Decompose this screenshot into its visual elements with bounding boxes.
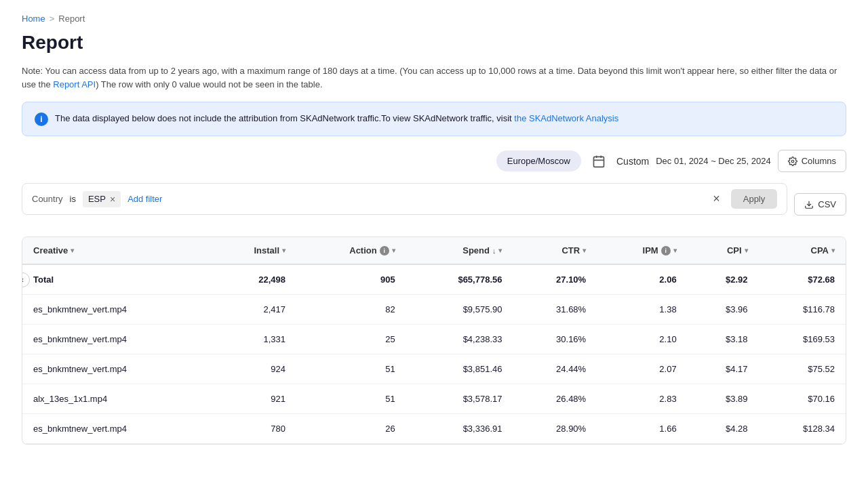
chevron-down-icon[interactable]: ▾ bbox=[673, 247, 677, 254]
cell-spend: $4,238.33 bbox=[406, 325, 513, 354]
total-install: 22,498 bbox=[210, 264, 296, 295]
csv-label: CSV bbox=[818, 199, 836, 209]
col-header-ipm: IPM i ▾ bbox=[597, 237, 687, 264]
filter-remove-button[interactable]: × bbox=[110, 194, 115, 205]
col-label-cpi: CPI bbox=[727, 245, 742, 256]
csv-button[interactable]: CSV bbox=[794, 193, 846, 216]
table-row: es_bnkmtnew_vert.mp4 924 51 $3,851.46 24… bbox=[22, 354, 846, 384]
sort-down-icon: ↓ bbox=[492, 247, 496, 255]
date-range-label: Dec 01, 2024 ~ Dec 25, 2024 bbox=[656, 156, 770, 166]
cell-install: 924 bbox=[210, 354, 296, 384]
total-label: Total bbox=[33, 274, 54, 285]
total-spend: $65,778.56 bbox=[406, 264, 513, 295]
info-badge-action[interactable]: i bbox=[380, 246, 389, 256]
cell-install: 1,331 bbox=[210, 325, 296, 354]
report-api-link[interactable]: Report API bbox=[53, 79, 96, 89]
col-label-spend: Spend bbox=[462, 245, 490, 256]
columns-label: Columns bbox=[802, 156, 836, 166]
collapse-arrow[interactable]: ‹ bbox=[22, 272, 30, 287]
cell-action: 26 bbox=[296, 414, 406, 444]
cell-cpa: $128.34 bbox=[759, 414, 846, 444]
cell-ipm: 1.38 bbox=[597, 295, 687, 325]
chevron-down-icon[interactable]: ▾ bbox=[745, 247, 748, 254]
chevron-down-icon[interactable]: ▾ bbox=[282, 247, 285, 254]
clear-filters-button[interactable]: × bbox=[709, 190, 724, 207]
total-ctr: 27.10% bbox=[513, 264, 597, 295]
chevron-down-icon[interactable]: ▾ bbox=[583, 247, 586, 254]
apply-button[interactable]: Apply bbox=[731, 189, 778, 209]
col-header-action: Action i ▾ bbox=[296, 237, 406, 264]
cell-cpa: $116.78 bbox=[759, 295, 846, 325]
add-filter-button[interactable]: Add filter bbox=[127, 194, 162, 204]
note-text: Note: You can access data from up to 2 y… bbox=[22, 64, 846, 91]
filter-operator: is bbox=[70, 194, 76, 204]
chevron-down-icon[interactable]: ▾ bbox=[498, 247, 502, 254]
filter-country-label: Country bbox=[32, 194, 63, 204]
total-ipm: 2.06 bbox=[597, 264, 687, 295]
total-creative-cell: ‹ Total bbox=[22, 264, 210, 295]
table-row: es_bnkmtnew_vert.mp4 2,417 82 $9,575.90 … bbox=[22, 295, 846, 325]
calendar-icon bbox=[592, 155, 606, 168]
cell-action: 51 bbox=[296, 354, 406, 384]
data-table: Creative ▾ Install ▾ Action i bbox=[22, 237, 846, 445]
cell-ipm: 1.66 bbox=[597, 414, 687, 444]
cell-ctr: 30.16% bbox=[513, 325, 597, 354]
col-label-cpa: CPA bbox=[811, 245, 829, 256]
close-icon: × bbox=[110, 194, 115, 205]
gear-icon bbox=[788, 157, 797, 166]
cell-spend: $9,575.90 bbox=[406, 295, 513, 325]
info-banner-text: The data displayed below does not includ… bbox=[55, 112, 618, 125]
calendar-button[interactable] bbox=[588, 150, 610, 172]
cell-cpa: $169.53 bbox=[759, 325, 846, 354]
chevron-down-icon[interactable]: ▾ bbox=[392, 247, 395, 254]
cell-install: 2,417 bbox=[210, 295, 296, 325]
col-header-creative: Creative ▾ bbox=[22, 237, 210, 264]
cell-cpi: $3.96 bbox=[688, 295, 759, 325]
info-banner: i The data displayed below does not incl… bbox=[22, 102, 846, 136]
breadcrumb: Home > Report bbox=[22, 14, 846, 24]
breadcrumb-current: Report bbox=[58, 14, 85, 24]
total-cpa: $72.68 bbox=[759, 264, 846, 295]
page-title: Report bbox=[22, 32, 846, 54]
cell-spend: $3,336.91 bbox=[406, 414, 513, 444]
cell-install: 780 bbox=[210, 414, 296, 444]
total-action: 905 bbox=[296, 264, 406, 295]
table-row: alx_13es_1x1.mp4 921 51 $3,578.17 26.48%… bbox=[22, 384, 846, 414]
col-header-install: Install ▾ bbox=[210, 237, 296, 264]
breadcrumb-separator: > bbox=[50, 14, 55, 24]
col-label-ctr: CTR bbox=[561, 245, 580, 256]
cell-ctr: 31.68% bbox=[513, 295, 597, 325]
filter-row: Country is ESP × Add filter × Apply bbox=[22, 183, 787, 215]
cell-cpi: $4.28 bbox=[688, 414, 759, 444]
col-label-ipm: IPM bbox=[643, 245, 658, 256]
cell-creative: es_bnkmtnew_vert.mp4 bbox=[22, 354, 210, 384]
chevron-down-icon[interactable]: ▾ bbox=[71, 247, 74, 254]
cell-ctr: 26.48% bbox=[513, 384, 597, 414]
col-header-ctr: CTR ▾ bbox=[513, 237, 597, 264]
info-badge-ipm[interactable]: i bbox=[661, 246, 671, 256]
col-label-install: Install bbox=[254, 245, 279, 256]
breadcrumb-home[interactable]: Home bbox=[22, 14, 45, 24]
svg-point-4 bbox=[791, 160, 794, 163]
col-label-creative: Creative bbox=[33, 245, 68, 256]
cell-spend: $3,851.46 bbox=[406, 354, 513, 384]
cell-creative: alx_13es_1x1.mp4 bbox=[22, 384, 210, 414]
columns-button[interactable]: Columns bbox=[778, 150, 846, 172]
custom-label: Custom bbox=[616, 156, 649, 167]
info-icon: i bbox=[35, 113, 48, 126]
cell-cpi: $3.89 bbox=[688, 384, 759, 414]
col-header-cpi: CPI ▾ bbox=[688, 237, 759, 264]
cell-spend: $3,578.17 bbox=[406, 384, 513, 414]
cell-install: 921 bbox=[210, 384, 296, 414]
cell-creative: es_bnkmtnew_vert.mp4 bbox=[22, 414, 210, 444]
table-row: es_bnkmtnew_vert.mp4 1,331 25 $4,238.33 … bbox=[22, 325, 846, 354]
col-header-cpa: CPA ▾ bbox=[759, 237, 846, 264]
table-row: es_bnkmtnew_vert.mp4 780 26 $3,336.91 28… bbox=[22, 414, 846, 444]
table-total-row: ‹ Total 22,498 905 $65,778.56 27.10% 2.0… bbox=[22, 264, 846, 295]
timezone-button[interactable]: Europe/Moscow bbox=[496, 150, 581, 171]
cell-action: 25 bbox=[296, 325, 406, 354]
cell-cpa: $75.52 bbox=[759, 354, 846, 384]
skadnetwork-link[interactable]: the SKAdNetwork Analysis bbox=[514, 113, 618, 123]
filter-value: ESP × bbox=[83, 191, 121, 207]
chevron-down-icon[interactable]: ▾ bbox=[831, 247, 835, 254]
